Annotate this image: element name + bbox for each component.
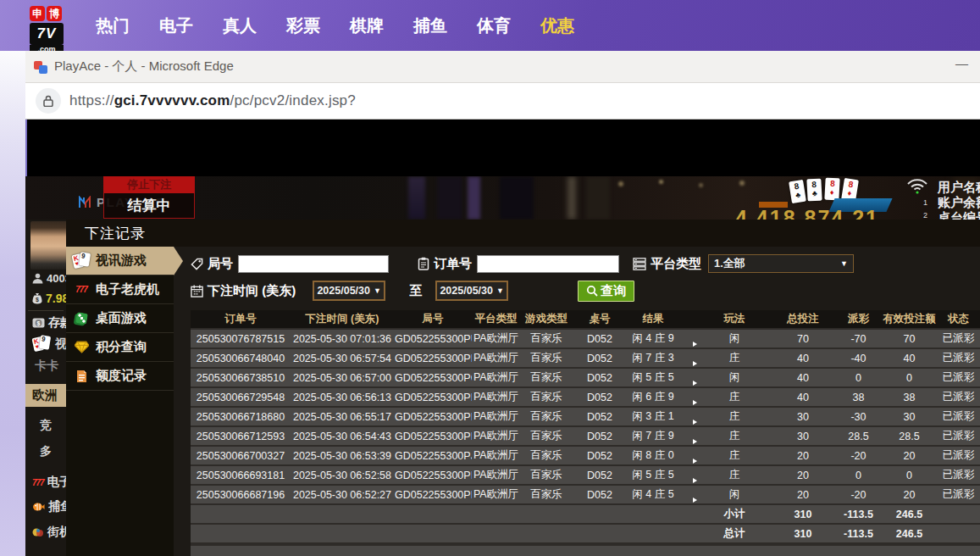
table-row: 250530066693181 2025-05-30 06:52:58 GD05… (191, 465, 980, 485)
top-nav: 申 博 7V .com 热门 电子 真人 彩票 棋牌 (0, 0, 980, 51)
result: 闲 3 庄 1 (627, 407, 679, 426)
modal-sidebar-item[interactable]: 积分查询 (66, 333, 174, 362)
lock-icon[interactable] (36, 88, 61, 114)
nav-item[interactable]: 热门 (96, 14, 130, 37)
payout: -20 (835, 446, 882, 465)
total-bet: 20 (771, 465, 835, 485)
modal-sidebar-item[interactable]: 桌面游戏 (66, 304, 174, 333)
bet-time: 2025-05-30 06:52:58 (291, 465, 394, 485)
jackpot-number: 4,418,874.21 (735, 206, 879, 220)
nav-item[interactable]: 捕鱼 (413, 14, 447, 37)
play-type: 庄 (698, 348, 771, 368)
menu-item-kaka[interactable]: 卡卡 (35, 359, 58, 374)
nav-item[interactable]: 彩票 (286, 14, 320, 37)
deposit-item[interactable]: $ 存款 (32, 315, 66, 331)
status-badge: 已派彩 (937, 446, 980, 465)
table-totals: 小计 310 -113.5 246.5 总计 310 -113.5 (191, 504, 980, 543)
date-to-select[interactable]: 2025/05/30 ▼ (435, 281, 508, 301)
order-input[interactable] (477, 255, 619, 273)
total-row: 总计 310 -113.5 246.5 (191, 524, 980, 543)
menu-item-jing[interactable]: 竞 (40, 418, 52, 433)
total-bet: 40 (771, 387, 835, 407)
betting-status-box: 停止下注 结算中 (103, 176, 195, 219)
page-left-menu: 4003 $ 7.98 $ 存款 K♥9 视讯 卡卡 欧洲 竞 多 777电子 … (25, 220, 66, 556)
balance-label: 账户余额 (938, 195, 980, 210)
valid-bet: 0 (882, 368, 937, 387)
bet-time: 2025-05-30 06:57:54 (291, 348, 394, 368)
valid-bet: 20 (882, 485, 937, 504)
result: 闲 4 庄 5 (627, 485, 679, 504)
modal-sidebar-item[interactable]: K♥9 视讯游戏 (66, 247, 174, 275)
result: 闲 7 庄 3 (627, 348, 679, 368)
balance-row: $ 7.98 (32, 292, 66, 305)
nav-item[interactable]: 电子 (159, 14, 193, 37)
modal-sidebar-item[interactable]: 777 电子老虎机 (66, 275, 174, 304)
payout: -40 (835, 348, 882, 368)
round-no: GD052255300PU (394, 329, 472, 348)
search-button[interactable]: 查询 (578, 281, 634, 302)
bet-time: 2025-05-30 06:55:17 (291, 407, 394, 426)
nav-item[interactable]: 体育 (477, 14, 511, 37)
nav-item[interactable]: 优惠 (540, 14, 574, 37)
table-no: D052 (573, 348, 627, 368)
menu-item-arcade[interactable]: 街机 (32, 525, 66, 540)
total-label: 总计 (698, 524, 771, 543)
nav-item[interactable]: 真人 (223, 14, 257, 37)
game-type: 百家乐 (520, 446, 573, 465)
play-type: 闲 (698, 485, 771, 504)
bet-time: 2025-05-30 06:52:27 (291, 485, 394, 504)
order-no: 250530066718680 (191, 407, 291, 426)
platform: PA欧洲厅 (472, 485, 520, 504)
menu-icon (72, 313, 91, 324)
avatar (30, 221, 66, 270)
menu-item-slots[interactable]: 777电子 (32, 475, 66, 490)
menu-icon: 777 (72, 285, 91, 294)
modal-sidebar-item[interactable]: 额度记录 (66, 362, 174, 391)
menu-icon (72, 341, 91, 353)
stop-betting-banner: 停止下注 (103, 176, 195, 193)
game-type: 百家乐 (520, 348, 573, 368)
platform-label: 平台类型 (651, 256, 701, 272)
status-badge: 已派彩 (937, 426, 980, 446)
order-no: 250530066687196 (191, 485, 291, 504)
date-from-select[interactable]: 2025/05/30 ▼ (313, 281, 385, 301)
page-background-strip (0, 51, 25, 556)
list-numbers: 1 2 (923, 197, 927, 220)
table-row: 250530066729548 2025-05-30 06:56:13 GD05… (191, 387, 980, 407)
url-text[interactable]: https://gci.7vvvvvv.com/pc/pcv2/index.js… (69, 92, 356, 109)
address-bar[interactable]: https://gci.7vvvvvv.com/pc/pcv2/index.js… (25, 83, 980, 120)
round-no: GD052255300PP (394, 348, 472, 368)
username-label: 用户名称 (938, 180, 980, 195)
payout: 38 (835, 387, 882, 407)
bet-time: 2025-05-30 06:53:39 (291, 446, 394, 465)
payout: 0 (835, 465, 882, 485)
nav-item[interactable]: 棋牌 (350, 14, 384, 37)
menu-item-fishing[interactable]: 捕鱼 (32, 499, 66, 514)
modal-content: 局号 订单号 平台类型 1.全部 ▼ (174, 247, 980, 556)
bet-time: 2025-05-30 07:01:36 (291, 329, 394, 348)
status-badge: 已派彩 (937, 485, 980, 504)
round-input[interactable] (238, 255, 389, 273)
result: 闲 5 庄 5 (627, 465, 679, 485)
status-badge: 已派彩 (937, 329, 980, 348)
menu-item-active[interactable]: 欧洲 (25, 384, 66, 407)
valid-bet: 30 (882, 407, 937, 426)
edge-window: PlayAce - 个人 - Microsoft Edge — https://… (25, 51, 980, 556)
logo-badge-shen: 申 (30, 6, 45, 21)
platform-select[interactable]: 1.全部 ▼ (708, 254, 854, 273)
slot-777-icon: 777 (32, 478, 44, 487)
round-no: GD052255300PH (394, 485, 472, 504)
menu-item-duo[interactable]: 多 (40, 444, 52, 459)
platform: PA欧洲厅 (472, 446, 520, 465)
user-id-row: 4003 (32, 272, 66, 285)
cards-icon: K♥9 (32, 335, 52, 353)
play-type: 庄 (698, 387, 771, 407)
table-number-label: 桌台编号 (938, 210, 980, 220)
minimize-button[interactable]: — (955, 56, 968, 70)
table-no: D052 (573, 485, 627, 504)
modal-title: 下注记录 (66, 220, 980, 247)
video-games-item[interactable]: K♥9 视讯 (32, 335, 66, 353)
table-no: D052 (573, 446, 627, 465)
menu-icon: K♥9 (72, 252, 91, 270)
play-type: 庄 (698, 407, 771, 426)
